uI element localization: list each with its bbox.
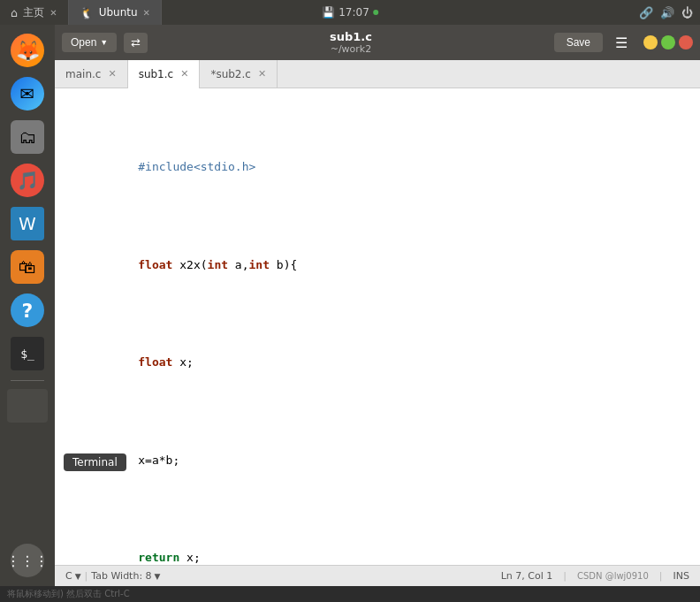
tab-main-c[interactable]: main.c ✕ [55, 60, 128, 88]
save-button[interactable]: Save [554, 33, 603, 52]
sidebar-item-software[interactable]: 🛍 [7, 247, 48, 287]
sidebar-recent-apps [7, 389, 48, 423]
sidebar-item-thunderbird[interactable]: ✉ [7, 73, 48, 114]
type-float-2: float [138, 355, 172, 369]
open-label: Open [71, 36, 96, 49]
file-tabs: main.c ✕ sub1.c ✕ *sub2.c ✕ [55, 60, 700, 88]
sidebar-item-rhythmbox[interactable]: 🎵 [7, 160, 48, 201]
tab-sub2-c-close[interactable]: ✕ [258, 68, 266, 80]
status-sep-1: | [85, 570, 88, 582]
type-int-a: int [208, 258, 228, 271]
editor-file-info: sub1.c ~/work2 [155, 30, 546, 55]
sidebar-item-files[interactable]: 🗂 [7, 117, 48, 157]
open-button[interactable]: Open ▼ [62, 33, 117, 52]
bottom-text: 将鼠标移动到) 然后双击 Ctrl-C [7, 588, 130, 600]
code-line-2: float x2x(int a,int b){ [69, 236, 686, 294]
os-tab-home[interactable]: ⌂ 主页 ✕ [0, 0, 68, 25]
type-float: float [138, 258, 172, 271]
tab-main-c-label: main.c [65, 68, 101, 80]
software-icon: 🛍 [11, 250, 44, 284]
files-icon: 🗂 [11, 120, 44, 154]
param-a: a, [228, 258, 248, 271]
assign-x: x=a*b; [138, 453, 179, 467]
network-dot [373, 10, 378, 15]
save-icon: 💾 [322, 6, 335, 19]
text-editor: Open ▼ ⇄ sub1.c ~/work2 Save ☰ [55, 25, 700, 586]
sidebar-item-apps-grid[interactable]: ⋮⋮⋮ [7, 540, 48, 581]
sidebar-item-help[interactable]: ? [7, 290, 48, 331]
rhythmbox-icon: 🎵 [11, 164, 44, 197]
apps-grid-icon: ⋮⋮⋮ [11, 544, 44, 577]
system-tray: 🔗 🔊 ⏻ [639, 6, 700, 19]
home-tab-label: 主页 [23, 5, 44, 20]
terminal-icon: $_ [11, 337, 44, 370]
status-language[interactable]: C ▼ [65, 570, 81, 582]
status-site: CSDN @lwj0910 [577, 571, 649, 581]
home-tab-close[interactable]: ✕ [49, 8, 57, 18]
close-button[interactable] [679, 35, 693, 50]
ubuntu-tab-label: Ubuntu [99, 6, 138, 19]
menu-button[interactable]: ☰ [610, 31, 633, 55]
maximize-button[interactable] [661, 35, 675, 50]
thunderbird-icon: ✉ [11, 77, 44, 110]
firefox-icon: 🦊 [11, 34, 44, 67]
tab-sub1-c-close[interactable]: ✕ [180, 68, 188, 80]
open-dropdown-icon: ▼ [100, 38, 108, 47]
help-icon: ? [11, 293, 44, 327]
param-b: b){ [270, 258, 297, 271]
code-line-1: #include<stdio.h> [69, 138, 686, 196]
network-icon[interactable]: 🔗 [639, 6, 653, 19]
code-editor[interactable]: #include<stdio.h> float x2x(int a,int b)… [55, 88, 700, 565]
sidebar: 🦊 ✉ 🗂 🎵 W 🛍 ? [0, 25, 55, 586]
volume-icon[interactable]: 🔊 [660, 6, 674, 19]
tab-sub2-c-label: *sub2.c [210, 68, 251, 80]
status-bar: C ▼ | Tab Width: 8 ▼ Ln 7, Col 1 | CSDN … [55, 565, 700, 586]
tab-sub1-c-label: sub1.c [139, 68, 174, 80]
status-position: Ln 7, Col 1 [501, 570, 553, 582]
editor-header: Open ▼ ⇄ sub1.c ~/work2 Save ☰ [55, 25, 700, 60]
keyword-return: return [138, 551, 179, 564]
libreoffice-icon: W [11, 207, 44, 240]
status-tab-width[interactable]: Tab Width: 8 ▼ [91, 570, 160, 582]
status-sep-3: | [659, 570, 663, 582]
ubuntu-tab-close[interactable]: ✕ [143, 8, 150, 18]
editor-filename: sub1.c [330, 30, 372, 43]
sidebar-item-firefox[interactable]: 🦊 [7, 30, 48, 71]
include-directive: #include<stdio.h> [138, 160, 255, 173]
window-controls [643, 35, 693, 50]
swap-button[interactable]: ⇄ [124, 33, 148, 53]
minimize-button[interactable] [643, 35, 658, 50]
var-x: x; [172, 355, 193, 369]
power-icon[interactable]: ⏻ [681, 6, 693, 19]
tab-main-c-close[interactable]: ✕ [108, 68, 116, 80]
code-line-3: float x; [69, 333, 686, 392]
sidebar-item-libreoffice[interactable]: W [7, 203, 48, 244]
bottom-bar: 将鼠标移动到) 然后双击 Ctrl-C [0, 586, 700, 602]
code-line-4: x=a*b; [69, 431, 686, 490]
status-sep-2: | [563, 570, 567, 582]
fn-x2x: x2x( [172, 258, 207, 271]
os-tab-ubuntu[interactable]: 🐧 Ubuntu ✕ [68, 0, 162, 25]
lang-dropdown-icon: ▼ [75, 572, 81, 581]
status-mode: INS [673, 570, 689, 582]
sidebar-item-terminal[interactable]: $_ [7, 333, 48, 374]
return-x: x; [179, 551, 200, 564]
editor-filepath: ~/work2 [155, 43, 546, 55]
sidebar-divider [11, 380, 44, 381]
code-line-5: return x; [69, 529, 686, 565]
tab-sub1-c[interactable]: sub1.c ✕ [128, 60, 201, 88]
ubuntu-tab-icon: 🐧 [80, 6, 94, 19]
tab-dropdown-icon: ▼ [155, 572, 161, 581]
type-int-b: int [249, 258, 270, 271]
system-time: 💾 17:07 [322, 6, 378, 19]
tab-sub2-c[interactable]: *sub2.c ✕ [200, 60, 278, 88]
home-icon: ⌂ [11, 6, 18, 19]
